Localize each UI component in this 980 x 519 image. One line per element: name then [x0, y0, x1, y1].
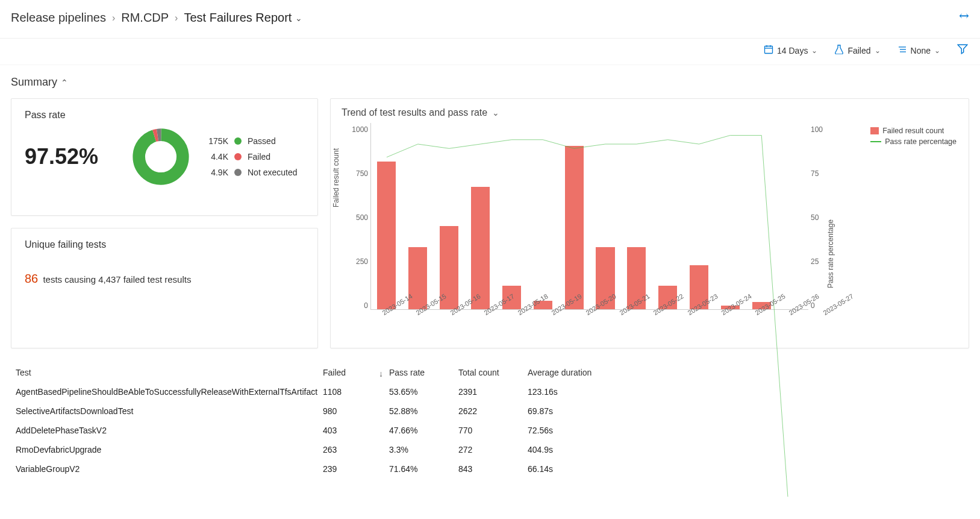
summary-label: Summary [11, 76, 57, 89]
chart-legend-bar: Failed result count [882, 127, 944, 135]
cell-total: 2622 [458, 406, 528, 416]
legend-passed-label: Passed [248, 136, 276, 146]
chart-plot: 2023-05-142023-05-152023-05-162023-05-17… [370, 123, 808, 310]
calendar-icon [764, 45, 773, 57]
cell-passrate: 47.66% [389, 426, 458, 435]
cell-test[interactable]: AddDeletePhaseTaskV2 [16, 426, 323, 435]
chart-legend-line: Pass rate percentage [885, 137, 957, 146]
svg-point-7 [139, 135, 183, 179]
bar-slot [371, 127, 402, 309]
col-header-test[interactable]: Test [16, 368, 323, 377]
cell-test[interactable]: RmoDevfabricUpgrade [16, 445, 323, 455]
group-by-picker[interactable]: None ⌄ [897, 45, 940, 57]
col-header-duration[interactable]: Average duration [528, 368, 964, 377]
legend-failed: 4.4K Failed [207, 152, 298, 162]
dot-grey-icon [234, 169, 242, 176]
unique-failing-text: 86 tests causing 4,437 failed test resul… [25, 255, 304, 286]
bar-slot [496, 127, 527, 309]
cell-test[interactable]: AgentBasedPipelineShouldBeAbleToSuccessf… [16, 387, 323, 397]
legend-notexec: 4.9K Not executed [207, 168, 298, 177]
bar-slot [621, 127, 652, 309]
cell-failed: 1108 [323, 387, 389, 397]
bar-slot [746, 127, 777, 309]
cell-passrate: 3.3% [389, 445, 458, 455]
header-bar: Release pipelines › RM.CDP › Test Failur… [0, 0, 980, 39]
y-right-tick: 75 [811, 169, 819, 178]
bar-slot [402, 127, 434, 309]
y-left-tick: 500 [356, 213, 368, 222]
y-axis-right-label: Pass rate percentage [826, 219, 835, 288]
cell-total: 843 [458, 464, 528, 474]
table-row[interactable]: VariableGroupV223971.64%84366.14s [11, 459, 969, 479]
unique-failing-heading: Unique failing tests [25, 239, 304, 250]
unique-failing-card: Unique failing tests 86 tests causing 4,… [11, 228, 318, 348]
list-group-icon [897, 45, 907, 57]
line-swatch-icon [870, 141, 881, 142]
table-row[interactable]: AddDeletePhaseTaskV240347.66%77072.56s [11, 421, 969, 440]
trend-card: Trend of test results and pass rate ⌄ Fa… [330, 98, 969, 348]
summary-section-toggle[interactable]: Summary ⌃ [11, 76, 969, 89]
chevron-up-icon: ⌃ [61, 78, 68, 87]
table-row[interactable]: AgentBasedPipelineShouldBeAbleToSuccessf… [11, 382, 969, 401]
cell-duration: 123.16s [528, 387, 964, 397]
cell-failed: 239 [323, 464, 389, 474]
y-right-tick: 50 [811, 213, 819, 222]
breadcrumb-current-dropdown[interactable]: Test Failures Report ⌄ [184, 11, 302, 25]
legend-notexec-count: 4.9K [207, 168, 228, 177]
breadcrumb-mid[interactable]: RM.CDP [121, 11, 169, 25]
cell-test[interactable]: SelectiveArtifactsDownloadTest [16, 406, 323, 416]
cell-test[interactable]: VariableGroupV2 [16, 464, 323, 474]
chart-area: 10007505002500 2023-05-142023-05-152023-… [342, 123, 958, 334]
date-range-label: 14 Days [777, 46, 808, 55]
chevron-down-icon: ⌄ [875, 46, 881, 55]
legend-notexec-label: Not executed [248, 168, 298, 177]
cell-duration: 404.9s [528, 445, 964, 455]
dot-red-icon [234, 153, 242, 160]
legend-failed-count: 4.4K [207, 152, 228, 162]
fullscreen-icon[interactable]: ⤢ [955, 7, 973, 25]
breadcrumb-current-label: Test Failures Report [184, 11, 292, 25]
failing-tests-table: Test Failed ↓ Pass rate Total count Aver… [11, 363, 969, 479]
chevron-right-icon: › [175, 13, 178, 24]
col-header-total[interactable]: Total count [458, 368, 528, 377]
cell-passrate: 52.88% [389, 406, 458, 416]
sort-desc-icon: ↓ [379, 369, 383, 379]
chevron-down-icon: ⌄ [295, 13, 302, 23]
pass-rate-heading: Pass rate [25, 110, 304, 121]
group-label: None [911, 46, 931, 55]
col-header-passrate[interactable]: Pass rate [389, 368, 458, 377]
y-left-tick: 1000 [352, 125, 368, 134]
pass-rate-value: 97.52% [25, 144, 115, 169]
unique-failing-count: 86 [25, 272, 38, 285]
y-left-tick: 750 [356, 169, 368, 178]
cell-total: 2391 [458, 387, 528, 397]
filter-icon[interactable] [957, 43, 968, 57]
pass-rate-legend: 175K Passed 4.4K Failed 4.9K Not [207, 136, 298, 177]
outcome-label: Failed [847, 46, 870, 55]
breadcrumb-root[interactable]: Release pipelines [11, 11, 106, 25]
table-row[interactable]: RmoDevfabricUpgrade2633.3%272404.9s [11, 440, 969, 459]
bar-swatch-icon [870, 127, 879, 134]
cell-duration: 72.56s [528, 426, 964, 435]
date-range-picker[interactable]: 14 Days ⌄ [764, 45, 817, 57]
legend-passed-count: 175K [207, 136, 228, 146]
chevron-right-icon: › [112, 13, 115, 24]
y-right-tick: 100 [811, 125, 823, 134]
chevron-down-icon: ⌄ [934, 46, 940, 55]
breadcrumb: Release pipelines › RM.CDP › Test Failur… [11, 11, 302, 25]
trend-heading-dropdown[interactable]: Trend of test results and pass rate ⌄ [342, 107, 958, 118]
bar-slot [714, 127, 746, 309]
pass-rate-card: Pass rate 97.52% 175K [11, 98, 318, 216]
table-row[interactable]: SelectiveArtifactsDownloadTest98052.88%2… [11, 401, 969, 421]
table-header-row: Test Failed ↓ Pass rate Total count Aver… [11, 363, 969, 382]
cell-duration: 66.14s [528, 464, 964, 474]
outcome-picker[interactable]: Failed ⌄ [834, 45, 880, 57]
bar-slot [777, 127, 808, 309]
col-header-failed[interactable]: Failed ↓ [323, 368, 389, 377]
report-content: Summary ⌃ Pass rate 97.52% [0, 65, 980, 497]
cell-total: 770 [458, 426, 528, 435]
filter-toolbar: 14 Days ⌄ Failed ⌄ None ⌄ [0, 39, 980, 65]
chevron-down-icon: ⌄ [492, 108, 499, 118]
legend-passed: 175K Passed [207, 136, 298, 146]
col-header-failed-label: Failed [323, 368, 346, 377]
